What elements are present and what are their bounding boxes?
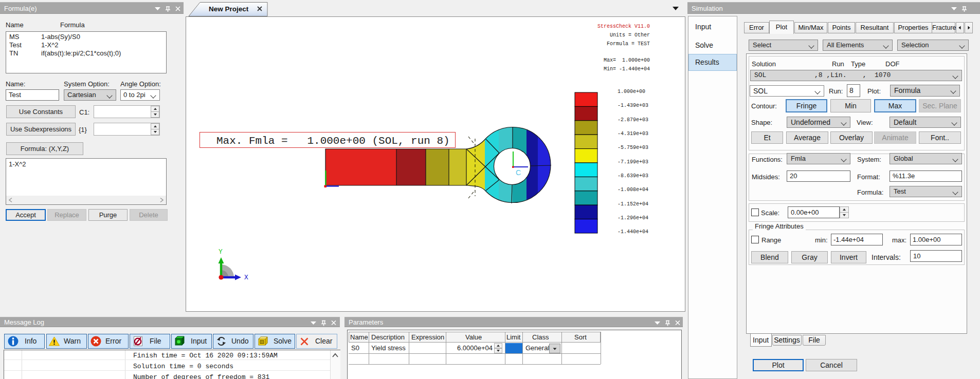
svg-text:New Project: New Project: [209, 5, 249, 13]
svg-text:C: C: [516, 168, 521, 177]
svg-text:Y: Y: [219, 248, 223, 256]
svg-text:X: X: [244, 274, 248, 281]
